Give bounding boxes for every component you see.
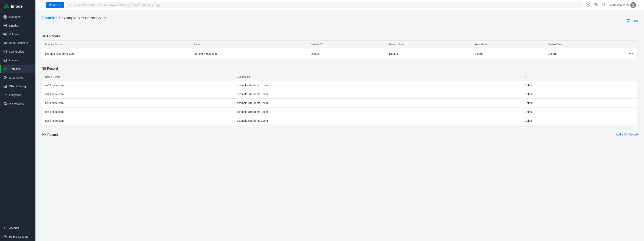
soa-expire-time: Default bbox=[545, 48, 624, 59]
notifications-icon[interactable] bbox=[602, 2, 606, 8]
sidebar-item-label: Domains bbox=[10, 67, 20, 70]
svg-point-31 bbox=[69, 4, 71, 6]
col-name-server: Name Server bbox=[42, 73, 234, 81]
linodes-icon bbox=[3, 24, 7, 28]
svg-point-36 bbox=[596, 3, 597, 4]
col-primary-domain: Primary Domain bbox=[42, 40, 191, 48]
sidebar-item-object-storage[interactable]: Object Storage bbox=[0, 82, 36, 90]
sidebar-item-label: Marketplace bbox=[9, 102, 24, 105]
soa-retry-rate: Default bbox=[471, 48, 545, 59]
breadcrumb-current: example-site-demo1.com bbox=[62, 16, 106, 20]
topbar-right: ? linode-demo123 bbox=[586, 2, 640, 8]
search-bar[interactable]: Search for Linodes, Volumes, NodeBalance… bbox=[66, 2, 583, 8]
svg-rect-15 bbox=[4, 59, 6, 62]
table-row: ns2.linode.com example-site-demo1.com De… bbox=[42, 90, 638, 99]
svg-point-16 bbox=[4, 60, 5, 60]
svg-point-21 bbox=[5, 77, 6, 78]
ns-subdomain: example-site-demo1.com bbox=[234, 108, 521, 116]
soa-primary-domain: example-site-demo1.com bbox=[42, 48, 191, 59]
ns-name-server: ns5.linode.com bbox=[42, 116, 234, 125]
svg-point-25 bbox=[4, 227, 6, 228]
table-row: ns3.linode.com example-site-demo1.com De… bbox=[42, 99, 638, 108]
stackscripts-icon bbox=[3, 50, 7, 54]
breadcrumb-parent[interactable]: Domains bbox=[42, 16, 57, 20]
sidebar-item-nodebalancers[interactable]: NodeBalancers bbox=[0, 38, 36, 47]
soa-more-button[interactable]: ••• bbox=[628, 51, 634, 56]
breadcrumb: Domains / example-site-demo1.com bbox=[42, 16, 106, 20]
volumes-icon bbox=[3, 32, 7, 36]
sidebar-item-kubernetes[interactable]: Kubernetes bbox=[0, 73, 36, 82]
ns-section-title: NS Record bbox=[42, 64, 638, 73]
managed-icon bbox=[3, 15, 7, 19]
sidebar-item-label: Object Storage bbox=[9, 85, 27, 88]
sidebar-item-linodes[interactable]: Linodes bbox=[0, 21, 36, 30]
ns-name-server: ns4.linode.com bbox=[42, 108, 234, 116]
svg-text:?: ? bbox=[4, 236, 6, 238]
sidebar-item-stackscripts[interactable]: StackScripts bbox=[0, 47, 36, 56]
sidebar-item-label: Account bbox=[9, 226, 19, 230]
docs-link[interactable]: Docs bbox=[627, 19, 638, 22]
soa-actions-cell: ••• Edit bbox=[624, 48, 638, 59]
svg-line-32 bbox=[71, 6, 72, 6]
sidebar-item-domains[interactable]: Domains bbox=[0, 64, 36, 73]
main-content: Domains / example-site-demo1.com Docs SO… bbox=[36, 10, 644, 241]
svg-point-35 bbox=[594, 3, 596, 5]
chevron-down-icon bbox=[638, 4, 640, 6]
kubernetes-icon bbox=[3, 76, 7, 80]
breadcrumb-separator: / bbox=[59, 16, 60, 20]
col-subdomain: Subdomain bbox=[234, 73, 521, 81]
table-row: ns1.linode.com example-site-demo1.com De… bbox=[42, 81, 638, 90]
sidebar-item-label: NodeBalancers bbox=[9, 41, 28, 44]
create-button[interactable]: Create bbox=[46, 2, 64, 8]
table-row: ns5.linode.com example-site-demo1.com De… bbox=[42, 116, 638, 125]
sidebar-item-label: StackScripts bbox=[9, 50, 24, 53]
mx-section-title: MX Record bbox=[42, 130, 58, 139]
sidebar-item-label: Managed bbox=[9, 15, 20, 18]
ns-ttl: Default bbox=[521, 90, 638, 99]
sidebar-item-help-support[interactable]: ? Help & Support bbox=[0, 232, 36, 241]
docs-icon bbox=[627, 19, 630, 22]
soa-dropdown-menu: Edit bbox=[614, 59, 638, 59]
ns-subdomain: example-site-demo1.com bbox=[234, 99, 521, 108]
svg-text:?: ? bbox=[587, 3, 589, 6]
longview-icon bbox=[3, 93, 7, 97]
user-menu[interactable]: linode-demo123 bbox=[609, 2, 640, 8]
svg-rect-24 bbox=[4, 104, 6, 105]
soa-record-table: Primary Domain Email Default TTL Refresh… bbox=[42, 40, 638, 59]
marketplace-icon bbox=[3, 102, 7, 106]
svg-rect-8 bbox=[4, 34, 6, 35]
sidebar-item-marketplace[interactable]: Marketplace bbox=[0, 99, 36, 108]
add-mx-record-link[interactable]: Add a MX Record bbox=[616, 133, 638, 136]
help-support-icon: ? bbox=[3, 235, 7, 239]
ns-record-table: Name Server Subdomain TTL ns1.linode.com… bbox=[42, 73, 638, 125]
sidebar-item-label: Kubernetes bbox=[9, 76, 23, 79]
ns-subdomain: example-site-demo1.com bbox=[234, 90, 521, 99]
nodebalancers-icon bbox=[3, 41, 7, 45]
sidebar-item-volumes[interactable]: Volumes bbox=[0, 30, 36, 38]
help-icon[interactable]: ? bbox=[586, 2, 590, 8]
ns-ttl: Default bbox=[521, 108, 638, 116]
soa-edit-button[interactable]: Edit bbox=[614, 59, 638, 59]
svg-rect-6 bbox=[4, 25, 6, 26]
sidebar: linode Managed Linodes Volumes bbox=[0, 0, 36, 241]
sidebar-item-label: Volumes bbox=[9, 33, 20, 36]
sidebar-item-images[interactable]: Images bbox=[0, 56, 36, 64]
svg-point-23 bbox=[4, 86, 6, 87]
soa-email: demo@linode.com bbox=[191, 48, 308, 59]
sidebar-item-managed[interactable]: Managed bbox=[0, 12, 36, 21]
users-icon[interactable] bbox=[594, 2, 598, 8]
svg-point-4 bbox=[4, 16, 6, 18]
sidebar-item-label: Longview bbox=[9, 93, 21, 96]
avatar bbox=[630, 2, 636, 8]
ns-table: Name Server Subdomain TTL ns1.linode.com… bbox=[42, 73, 638, 125]
logo[interactable]: linode bbox=[0, 0, 36, 12]
col-refresh-rate: Refresh Rate bbox=[386, 40, 471, 48]
hamburger-button[interactable] bbox=[40, 3, 43, 7]
soa-section-title: SOA Record bbox=[42, 31, 638, 40]
ns-name-server: ns1.linode.com bbox=[42, 81, 234, 90]
table-row: example-site-demo1.com demo@linode.com D… bbox=[42, 48, 638, 59]
sidebar-item-account[interactable]: Account bbox=[0, 224, 36, 232]
soa-default-ttl: Default bbox=[308, 48, 386, 59]
sidebar-item-longview[interactable]: Longview bbox=[0, 90, 36, 99]
main-wrapper: Create Search for Linodes, Volumes, Node… bbox=[36, 0, 644, 241]
